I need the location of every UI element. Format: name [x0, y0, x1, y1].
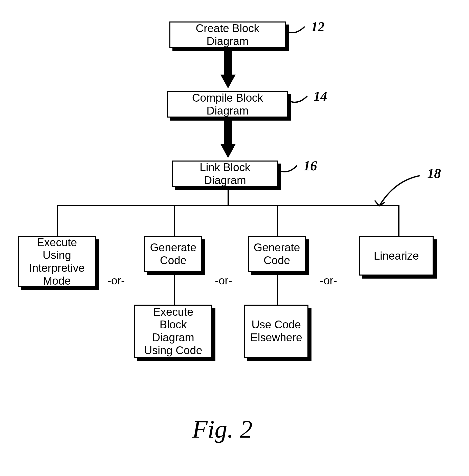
- create-block-diagram-box: Create Block Diagram: [169, 21, 286, 48]
- arrow-stem-1: [224, 48, 232, 75]
- execute-interpretive-label: Execute Using Interpretive Mode: [23, 236, 91, 287]
- connector-drop-3: [277, 205, 278, 236]
- linearize-label: Linearize: [374, 250, 419, 262]
- connector-drop-gc2: [277, 275, 278, 305]
- or-label-3: -or-: [320, 274, 337, 287]
- ref-18: 18: [427, 166, 441, 181]
- arrow-head-1: [220, 75, 236, 88]
- execute-block-code-label: Execute Block Diagram Using Code: [140, 306, 207, 357]
- use-code-elsewhere-box: Use Code Elsewhere: [244, 305, 308, 358]
- generate-code-2-box: Generate Code: [248, 236, 306, 272]
- linearize-box: Linearize: [359, 236, 434, 276]
- compile-block-diagram-label: Compile Block Diagram: [172, 92, 283, 117]
- ref-14: 14: [314, 88, 327, 104]
- generate-code-1-label: Generate Code: [150, 241, 197, 267]
- or-label-1: -or-: [107, 274, 125, 287]
- connector-drop-2: [174, 205, 175, 236]
- connector-vline: [228, 190, 229, 205]
- generate-code-2-label: Generate Code: [253, 241, 300, 267]
- use-code-elsewhere-label: Use Code Elsewhere: [250, 318, 303, 344]
- connector-drop-1: [57, 205, 58, 236]
- connector-drop-gc1: [174, 275, 175, 305]
- execute-interpretive-box: Execute Using Interpretive Mode: [18, 236, 96, 287]
- figure-caption: Fig. 2: [192, 415, 253, 444]
- generate-code-1-box: Generate Code: [144, 236, 202, 272]
- arrow-head-2: [220, 144, 236, 158]
- connector-drop-4: [398, 205, 399, 236]
- create-block-diagram-label: Create Block Diagram: [175, 22, 280, 48]
- ref-12: 12: [311, 19, 325, 35]
- link-block-diagram-box: Link Block Diagram: [172, 161, 278, 187]
- execute-block-code-box: Execute Block Diagram Using Code: [134, 305, 212, 358]
- link-block-diagram-label: Link Block Diagram: [177, 161, 273, 187]
- compile-block-diagram-box: Compile Block Diagram: [167, 91, 288, 118]
- or-label-2: -or-: [215, 274, 232, 287]
- arrow-stem-2: [224, 118, 232, 144]
- connector-hline: [57, 205, 399, 206]
- ref-16: 16: [303, 158, 317, 174]
